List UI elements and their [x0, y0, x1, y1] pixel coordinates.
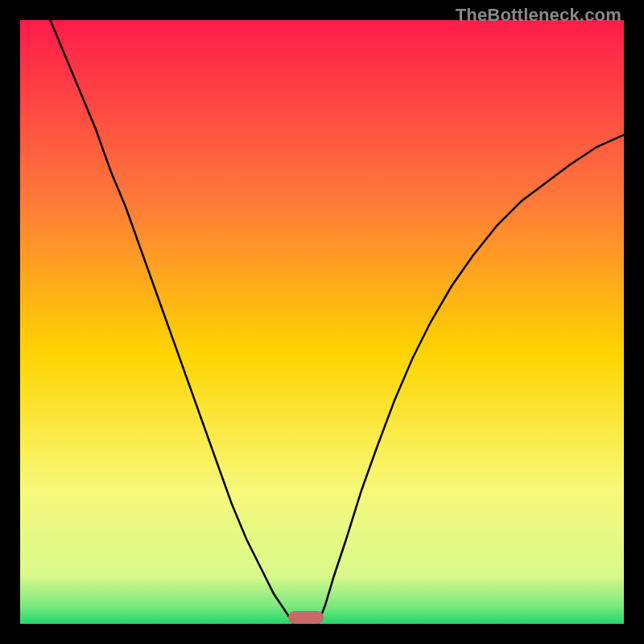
chart-curve-right: [318, 135, 624, 625]
chart-curve-left: [51, 20, 294, 624]
watermark-label: TheBottleneck.com: [456, 5, 621, 26]
chart-curve-layer: [20, 20, 624, 624]
chart-plot-area: [20, 20, 624, 624]
chart-minimum-marker: [288, 611, 324, 624]
